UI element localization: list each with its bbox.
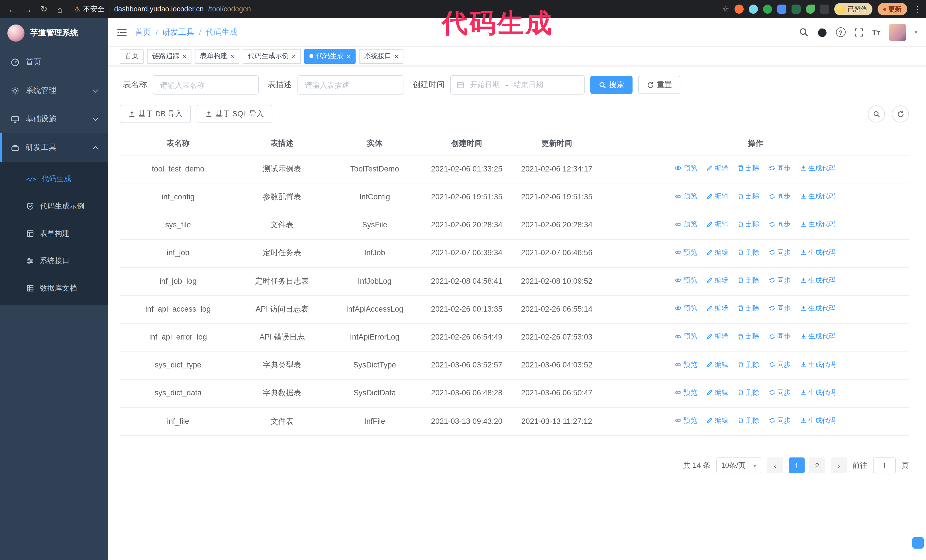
generate-code-link[interactable]: 生成代码 (800, 331, 836, 342)
forward-button[interactable]: → (21, 2, 35, 17)
generate-code-link[interactable]: 生成代码 (800, 303, 836, 314)
tab-close-icon[interactable]: × (230, 53, 234, 60)
tab[interactable]: 表单构建 × (195, 49, 239, 63)
delete-link[interactable]: 删除 (737, 219, 760, 229)
search-button[interactable]: 搜索 (590, 76, 632, 94)
page-number-button[interactable]: 1 (789, 457, 805, 473)
preview-link[interactable]: 预览 (675, 415, 697, 426)
sidebar-item-db-docs[interactable]: 数据库文档 (0, 275, 108, 302)
tab[interactable]: 代码生成 × (304, 49, 356, 63)
preview-link[interactable]: 预览 (675, 219, 697, 229)
extensions-puzzle-icon[interactable] (820, 5, 829, 14)
delete-link[interactable]: 删除 (737, 163, 760, 174)
edit-link[interactable]: 编辑 (706, 387, 728, 398)
edit-link[interactable]: 编辑 (706, 331, 728, 342)
breadcrumb-home[interactable]: 首页 (135, 27, 151, 37)
tab-close-icon[interactable]: × (346, 53, 351, 60)
github-icon[interactable] (817, 27, 827, 37)
tab[interactable]: 代码生成示例 × (243, 49, 301, 63)
edit-link[interactable]: 编辑 (706, 219, 728, 229)
sync-link[interactable]: 同步 (769, 303, 791, 314)
extension-icon-drop[interactable] (749, 5, 758, 14)
sync-link[interactable]: 同步 (769, 387, 791, 398)
tab[interactable]: 首页 (120, 49, 144, 63)
sync-link[interactable]: 同步 (769, 331, 791, 342)
back-button[interactable]: ← (5, 2, 20, 17)
home-button[interactable]: ⌂ (53, 2, 67, 17)
sync-link[interactable]: 同步 (769, 359, 791, 370)
sidebar-item-infra[interactable]: 基础设施 (0, 105, 108, 133)
user-avatar[interactable] (889, 24, 906, 41)
preview-link[interactable]: 预览 (675, 275, 697, 286)
extension-icon-leaf[interactable] (805, 5, 815, 14)
page-size-select[interactable]: 10条/页 ▾ (716, 457, 761, 473)
delete-link[interactable]: 删除 (737, 247, 760, 258)
import-db-button[interactable]: 基于 DB 导入 (120, 105, 191, 123)
generate-code-link[interactable]: 生成代码 (800, 247, 836, 258)
security-warning[interactable]: ⚠ 不安全 (74, 4, 104, 14)
reset-button[interactable]: 重置 (638, 76, 680, 94)
extension-icon-darkgreen[interactable] (791, 5, 800, 14)
page-number-button[interactable]: 2 (809, 457, 825, 473)
sync-link[interactable]: 同步 (769, 275, 791, 286)
sync-link[interactable]: 同步 (769, 415, 791, 426)
sync-link[interactable]: 同步 (769, 191, 791, 201)
generate-code-link[interactable]: 生成代码 (800, 387, 836, 398)
address-bar[interactable]: ⚠ 不安全 dashboard.yudao.iocoder.cn/tool/co… (74, 4, 721, 14)
profile-paused-badge[interactable]: 已暂停 (834, 3, 872, 15)
edit-link[interactable]: 编辑 (706, 275, 728, 286)
breadcrumb-devtools[interactable]: 研发工具 (162, 27, 194, 37)
generate-code-link[interactable]: 生成代码 (800, 415, 836, 426)
import-sql-button[interactable]: 基于 SQL 导入 (197, 105, 273, 123)
edit-link[interactable]: 编辑 (706, 163, 728, 174)
prev-page-button[interactable]: ‹ (767, 457, 783, 473)
preview-link[interactable]: 预览 (675, 331, 697, 342)
sync-link[interactable]: 同步 (769, 247, 791, 258)
delete-link[interactable]: 删除 (737, 387, 760, 398)
browser-menu-icon[interactable]: ⋮ (914, 5, 921, 14)
sync-link[interactable]: 同步 (769, 219, 791, 229)
next-page-button[interactable]: › (831, 457, 847, 473)
browser-update-button[interactable]: 更新 (878, 3, 907, 15)
tab-close-icon[interactable]: × (394, 53, 398, 60)
generate-code-link[interactable]: 生成代码 (800, 359, 836, 370)
help-icon[interactable]: ? (836, 27, 845, 37)
delete-link[interactable]: 删除 (737, 303, 760, 314)
delete-link[interactable]: 删除 (737, 331, 760, 342)
sync-link[interactable]: 同步 (769, 163, 791, 174)
preview-link[interactable]: 预览 (675, 387, 697, 398)
refresh-table-button[interactable] (892, 106, 909, 122)
sidebar-item-home[interactable]: 首页 (0, 48, 108, 76)
search-icon[interactable] (799, 27, 808, 37)
sidebar-item-codegen-example[interactable]: 代码生成示例 (0, 193, 108, 220)
toggle-search-button[interactable] (868, 106, 885, 122)
sidebar-item-codegen[interactable]: </> 代码生成 (0, 165, 108, 193)
goto-page-input[interactable] (873, 457, 896, 473)
tab[interactable]: 链路追踪 × (147, 49, 191, 63)
bookmark-star-icon[interactable]: ☆ (722, 5, 729, 14)
sidebar-item-system[interactable]: 系统管理 (0, 76, 108, 105)
extension-icon-grid[interactable] (777, 5, 786, 14)
delete-link[interactable]: 删除 (737, 275, 760, 286)
preview-link[interactable]: 预览 (675, 247, 697, 258)
tab[interactable]: 系统接口 × (359, 49, 404, 63)
table-desc-input[interactable] (298, 75, 404, 95)
preview-link[interactable]: 预览 (675, 303, 697, 314)
preview-link[interactable]: 预览 (675, 359, 697, 370)
edit-link[interactable]: 编辑 (706, 247, 728, 258)
date-range-picker[interactable]: 开始日期 - 结束日期 (450, 75, 585, 95)
generate-code-link[interactable]: 生成代码 (800, 275, 836, 286)
edit-link[interactable]: 编辑 (706, 303, 728, 314)
user-menu-caret-icon[interactable]: ▾ (915, 29, 917, 35)
tab-close-icon[interactable]: × (292, 53, 296, 60)
sidebar-collapse-icon[interactable] (117, 28, 127, 37)
edit-link[interactable]: 编辑 (706, 359, 728, 370)
delete-link[interactable]: 删除 (737, 191, 760, 201)
generate-code-link[interactable]: 生成代码 (800, 219, 836, 229)
extension-icon-green[interactable] (763, 5, 772, 14)
back-to-top-button[interactable] (912, 537, 924, 549)
preview-link[interactable]: 预览 (675, 191, 697, 201)
font-size-icon[interactable]: TT (872, 27, 881, 37)
generate-code-link[interactable]: 生成代码 (800, 163, 836, 174)
delete-link[interactable]: 删除 (737, 415, 760, 426)
